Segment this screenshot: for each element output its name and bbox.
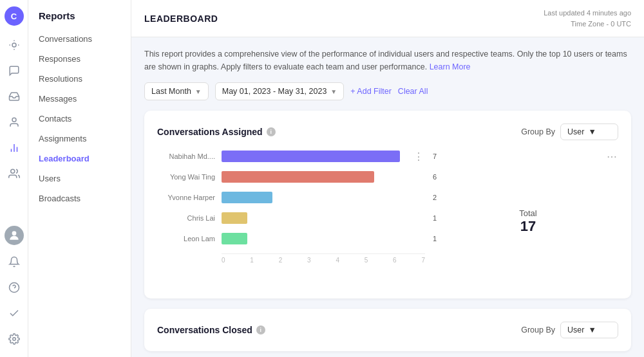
- sidebar-item-conversations[interactable]: Conversations: [28, 29, 131, 49]
- card-header: Conversations Assigned i Group By User ▼: [157, 124, 618, 140]
- bar-fill: [222, 151, 400, 162]
- bar-fill: [222, 212, 247, 224]
- nav-icon-contacts[interactable]: [3, 111, 26, 134]
- donut-center: Total 17: [519, 208, 536, 235]
- user-profile-avatar[interactable]: [5, 226, 24, 245]
- closed-group-by-label: Group By: [521, 325, 555, 334]
- donut-wrapper: Total 17: [464, 157, 592, 286]
- last-updated-text: Last updated 4 minutes ago: [544, 8, 631, 19]
- learn-more-link[interactable]: Learn More: [430, 62, 471, 71]
- report-description: This report provides a comprehensive vie…: [144, 48, 631, 73]
- donut-total-label: Total: [519, 208, 536, 218]
- nav-icon-help[interactable]: [3, 276, 26, 299]
- period-label: Last Month: [151, 87, 191, 96]
- conversations-closed-card: Conversations Closed i Group By User ▼: [144, 309, 631, 351]
- bar-label: Leon Lam: [157, 235, 215, 243]
- sidebar-item-messages[interactable]: Messages: [28, 89, 131, 109]
- sidebar-item-responses[interactable]: Responses: [28, 49, 131, 69]
- nav-icon-users[interactable]: [3, 162, 26, 185]
- bar-container: 1: [222, 233, 425, 244]
- content-area: This report provides a comprehensive vie…: [131, 37, 644, 357]
- bar-row: Chris Lai 1: [157, 212, 425, 224]
- topbar: LEADERBOARD Last updated 4 minutes ago T…: [131, 0, 644, 37]
- date-range-label: May 01, 2023 - May 31, 2023: [222, 87, 327, 96]
- period-chevron-icon: ▼: [195, 88, 202, 95]
- page-title: LEADERBOARD: [144, 14, 218, 24]
- closed-card-header: Conversations Closed i Group By User ▼: [157, 322, 618, 338]
- bar-fill: [222, 171, 374, 183]
- filters-bar: Last Month ▼ May 01, 2023 - May 31, 2023…: [144, 82, 631, 100]
- closed-group-by-select[interactable]: User ▼: [560, 322, 618, 338]
- nav-icon-bell[interactable]: [3, 250, 26, 273]
- date-range-chevron-icon: ▼: [330, 88, 337, 95]
- main-content: LEADERBOARD Last updated 4 minutes ago T…: [131, 0, 644, 357]
- bar-label: Yvonne Harper: [157, 194, 215, 201]
- group-by-label: Group By: [521, 127, 555, 136]
- group-by-control: Group By User ▼: [521, 124, 618, 140]
- sidebar-item-users[interactable]: Users: [28, 169, 131, 188]
- bar-value: 2: [433, 194, 437, 201]
- svg-point-8: [12, 338, 15, 341]
- svg-point-1: [12, 118, 16, 122]
- bar-label: Nabihah Md....: [157, 152, 215, 160]
- bar-container: 7: [222, 151, 425, 162]
- svg-point-6: [12, 231, 16, 235]
- group-by-select[interactable]: User ▼: [560, 124, 618, 140]
- sidebar-item-contacts[interactable]: Contacts: [28, 109, 131, 129]
- donut-more-icon[interactable]: ⋯: [607, 151, 618, 163]
- user-avatar-initials[interactable]: C: [5, 6, 24, 26]
- nav-icon-chat[interactable]: [3, 59, 26, 82]
- bar-row: Nabihah Md.... 7: [157, 151, 425, 162]
- card-title-text: Conversations Assigned: [157, 127, 263, 137]
- icon-rail: C: [0, 0, 28, 357]
- svg-point-5: [10, 169, 14, 173]
- donut-chart-area: ⋯ Total 17: [438, 151, 618, 286]
- svg-point-0: [12, 43, 16, 47]
- bar-value: 1: [433, 235, 437, 243]
- sidebar-title: Reports: [28, 0, 131, 29]
- bar-container: 6: [222, 171, 425, 183]
- donut-total-value: 17: [519, 218, 536, 235]
- sidebar-item-leaderboard[interactable]: Leaderboard: [28, 149, 131, 169]
- bar-value: 1: [433, 214, 437, 222]
- nav-icon-inbox[interactable]: [3, 85, 26, 108]
- date-range-filter[interactable]: May 01, 2023 - May 31, 2023 ▼: [215, 82, 345, 100]
- bar-container: 2: [222, 192, 425, 203]
- add-filter-button[interactable]: Add Filter: [350, 87, 392, 96]
- sidebar-item-resolutions[interactable]: Resolutions: [28, 69, 131, 89]
- nav-icon-reports[interactable]: [3, 136, 26, 160]
- card-title: Conversations Assigned i: [157, 127, 276, 137]
- nav-icon-settings[interactable]: [3, 327, 26, 351]
- nav-icon-home[interactable]: [3, 33, 26, 57]
- bar-label: Chris Lai: [157, 214, 215, 222]
- group-by-chevron-icon: ▼: [588, 127, 596, 136]
- closed-card-title: Conversations Closed i: [157, 325, 265, 335]
- bar-axis: 0 1 2 3 4 5 6 7: [222, 253, 425, 264]
- clear-filter-button[interactable]: Clear All: [398, 87, 428, 96]
- card-body: ⋮ Nabihah Md.... 7 Yong Wai Ting 6 Yvonn…: [157, 151, 618, 286]
- bar-fill: [222, 192, 272, 203]
- timezone-text: Time Zone - 0 UTC: [544, 19, 631, 30]
- last-updated-meta: Last updated 4 minutes ago Time Zone - 0…: [544, 8, 631, 29]
- bar-row: Yong Wai Ting 6: [157, 171, 425, 183]
- sidebar: Reports Conversations Responses Resoluti…: [28, 0, 131, 357]
- bar-value: 6: [433, 173, 437, 181]
- sidebar-item-broadcasts[interactable]: Broadcasts: [28, 188, 131, 208]
- closed-group-by-chevron-icon: ▼: [588, 325, 596, 334]
- group-by-value: User: [567, 127, 584, 136]
- nav-icon-check[interactable]: [3, 302, 26, 325]
- sidebar-item-assignments[interactable]: Assignments: [28, 129, 131, 149]
- bar-chart-area: ⋮ Nabihah Md.... 7 Yong Wai Ting 6 Yvonn…: [157, 151, 425, 286]
- bar-value: 7: [433, 152, 437, 160]
- bar-label: Yong Wai Ting: [157, 173, 215, 181]
- bar-container: 1: [222, 212, 425, 224]
- closed-info-icon[interactable]: i: [256, 325, 265, 334]
- closed-group-by-value: User: [567, 325, 584, 334]
- rail-bottom-icons: [3, 226, 26, 351]
- conversations-assigned-card: Conversations Assigned i Group By User ▼…: [144, 111, 631, 298]
- info-icon[interactable]: i: [267, 127, 276, 136]
- closed-group-by-control: Group By User ▼: [521, 322, 618, 338]
- period-filter[interactable]: Last Month ▼: [144, 82, 209, 100]
- bar-fill: [222, 233, 247, 244]
- bar-chart: Nabihah Md.... 7 Yong Wai Ting 6 Yvonne …: [157, 151, 425, 244]
